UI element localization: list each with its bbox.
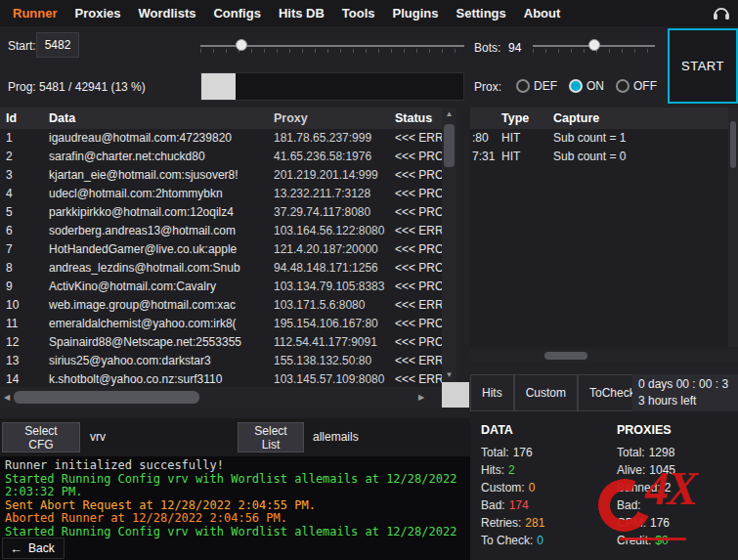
- menu-item-tools[interactable]: Tools: [333, 0, 384, 26]
- cell-id: 1: [0, 129, 43, 148]
- start-position-input[interactable]: [36, 32, 79, 58]
- hit-row[interactable]: :80HITSub count = 1: [470, 129, 728, 148]
- log-entry: Started Running Config vrv with Wordlist…: [5, 526, 468, 539]
- menu-item-settings[interactable]: Settings: [447, 0, 514, 26]
- cell-proxy: 13.232.211.7:3128: [268, 185, 391, 203]
- headphones-icon-svg: [712, 3, 731, 22]
- bots-slider[interactable]: [533, 37, 655, 55]
- table-row[interactable]: 7HotHandedGamer@live.co.uk:apple121.4.20…: [0, 240, 442, 259]
- results-hscroll-thumb[interactable]: [14, 391, 199, 404]
- cell-data: udecl@hotmail.com:2htommybkn: [43, 185, 268, 203]
- column-header-id: Id: [0, 108, 43, 129]
- hit-cell-capture: Sub count = 1: [547, 129, 728, 148]
- hits-vscroll-thumb[interactable]: [730, 121, 736, 168]
- stat-to-check-: To Check:0: [481, 532, 544, 549]
- log-console[interactable]: Runner initialized succesfully!Started R…: [0, 456, 470, 560]
- stat-bad-: Bad:: [617, 496, 675, 514]
- prox-option-label-def: DEF: [534, 79, 557, 93]
- scroll-up-icon[interactable]: ▲: [442, 108, 456, 121]
- headphones-icon[interactable]: [712, 3, 731, 22]
- cell-id: 3: [0, 166, 43, 185]
- menu-item-hits-db[interactable]: Hits DB: [270, 0, 333, 26]
- table-row[interactable]: 6soderberg.andreas13@hotmail.com103.164.…: [0, 222, 442, 240]
- cell-id: 2: [0, 148, 43, 166]
- results-vertical-scrollbar[interactable]: ▲ ▼: [442, 108, 456, 382]
- hits-tabs: HitsCustomToCheck: [470, 374, 647, 411]
- hits-vertical-scrollbar[interactable]: [728, 108, 738, 347]
- start-position-slider-thumb[interactable]: [236, 39, 247, 51]
- cell-status: <<< PRO: [391, 333, 442, 352]
- progress-fill: [201, 73, 236, 100]
- cell-status: <<< PRO: [391, 315, 442, 333]
- table-row[interactable]: 2sarafin@charter.net:chuckd8041.65.236.5…: [0, 148, 442, 166]
- proxies-stats-rows: Total:1298Alive:1045Banned:2Bad:CPM:176C…: [617, 444, 675, 549]
- stat-label: CPM:: [617, 516, 646, 530]
- results-horizontal-scrollbar[interactable]: ◀ ▶: [0, 387, 442, 408]
- progress-bar: [200, 72, 464, 101]
- menu-item-runner[interactable]: Runner: [4, 0, 66, 26]
- cell-status: <<< ERR: [391, 129, 442, 148]
- stat-value: 0: [537, 534, 543, 547]
- menu-item-wordlists[interactable]: Wordlists: [129, 0, 204, 26]
- menu-item-plugins[interactable]: Plugins: [384, 0, 448, 26]
- stat-value: 2: [665, 481, 672, 495]
- menu-item-configs[interactable]: Configs: [204, 0, 269, 26]
- hit-row[interactable]: 7:31HITSub count = 0: [470, 148, 728, 166]
- menu-items: RunnerProxiesWordlistsConfigsHits DBTool…: [4, 0, 569, 26]
- stat-alive-: Alive:1045: [617, 461, 675, 479]
- prox-option-def[interactable]: DEF: [516, 79, 557, 93]
- stats-panel: DATA Total:176Hits:2Custom:0Bad:174Retri…: [470, 411, 738, 560]
- bots-slider-thumb[interactable]: [588, 39, 600, 51]
- cell-id: 8: [0, 259, 43, 278]
- log-entry: Started Running Config vrv with Wordlist…: [5, 473, 468, 499]
- table-row[interactable]: 11emeraldalchemist@yahoo.com:irk8(195.15…: [0, 315, 442, 333]
- table-row[interactable]: 3kjartan_eie@hotmail.com:sjusover8!201.2…: [0, 166, 442, 185]
- table-row[interactable]: 8andreas_lezdins@hotmail.com:Snub94.48.1…: [0, 259, 442, 278]
- back-button[interactable]: ← Back: [2, 538, 65, 559]
- hits-column-header-capture: Capture: [547, 108, 728, 129]
- menu-item-proxies[interactable]: Proxies: [66, 0, 130, 26]
- cell-proxy: 103.134.79.105:8383: [268, 278, 391, 296]
- table-row[interactable]: 5parkkipirkko@hotmail.com:12oqilz437.29.…: [0, 203, 442, 222]
- column-header-status: Status: [391, 108, 442, 129]
- stat-value: 176: [650, 516, 670, 530]
- cell-data: Spainaird88@Netscape.net:2553355: [43, 333, 268, 352]
- table-row[interactable]: 9ActivKino@hotmail.com:Cavalry103.134.79…: [0, 278, 442, 296]
- tab-hits[interactable]: Hits: [470, 374, 514, 411]
- hits-table[interactable]: TypeCapture :80HITSub count = 17:31HITSu…: [470, 108, 728, 347]
- cell-proxy: 201.219.201.14:999: [268, 166, 391, 185]
- hits-horizontal-scrollbar[interactable]: [470, 349, 738, 363]
- tab-custom[interactable]: Custom: [514, 374, 578, 411]
- log-entry: Sent Abort Request at 12/28/2022 2:04:55…: [5, 499, 468, 513]
- menu-item-about[interactable]: About: [515, 0, 570, 26]
- select-config-button[interactable]: Select CFG: [2, 422, 80, 452]
- hits-hscroll-thumb[interactable]: [544, 352, 587, 360]
- scroll-down-icon[interactable]: ▼: [442, 368, 456, 382]
- cell-proxy: 103.145.57.109:8080: [268, 370, 391, 387]
- data-stats-rows: Total:176Hits:2Custom:0Bad:174Retries:28…: [481, 444, 544, 549]
- proxies-stats-column: PROXIES Total:1298Alive:1045Banned:2Bad:…: [617, 423, 675, 549]
- table-row[interactable]: 1igaudreau@hotmail.com:47239820181.78.65…: [0, 129, 442, 148]
- select-list-button[interactable]: Select List: [238, 422, 304, 452]
- table-row[interactable]: 10web.image.group@hotmail.com:xac103.171…: [0, 296, 442, 315]
- scroll-left-icon[interactable]: ◀: [0, 387, 14, 408]
- stat-label: Bad:: [617, 498, 641, 512]
- table-row[interactable]: 12Spainaird88@Netscape.net:2553355112.54…: [0, 333, 442, 352]
- prox-option-off[interactable]: OFF: [616, 79, 657, 93]
- results-vscroll-thumb[interactable]: [444, 124, 455, 167]
- column-header-proxy: Proxy: [268, 108, 391, 129]
- prox-option-on[interactable]: ON: [569, 79, 604, 93]
- results-table[interactable]: IdDataProxyStatus 1igaudreau@hotmail.com…: [0, 108, 442, 387]
- results-table-header: IdDataProxyStatus: [0, 108, 442, 129]
- cell-status: <<< ERR: [391, 296, 442, 315]
- stat-banned-: Banned:2: [617, 479, 675, 496]
- bots-value: 94: [508, 41, 521, 55]
- scroll-right-icon[interactable]: ▶: [414, 387, 428, 408]
- cell-data: web.image.group@hotmail.com:xac: [43, 296, 268, 315]
- table-row[interactable]: 14k.shotbolt@yahoo.co.nz:surf3110103.145…: [0, 370, 442, 387]
- stat-label: Total:: [481, 446, 509, 459]
- table-row[interactable]: 4udecl@hotmail.com:2htommybkn13.232.211.…: [0, 185, 442, 203]
- table-row[interactable]: 13sirius25@yahoo.com:darkstar3155.138.13…: [0, 352, 442, 370]
- start-position-slider[interactable]: [200, 37, 464, 55]
- start-button[interactable]: START: [668, 28, 738, 104]
